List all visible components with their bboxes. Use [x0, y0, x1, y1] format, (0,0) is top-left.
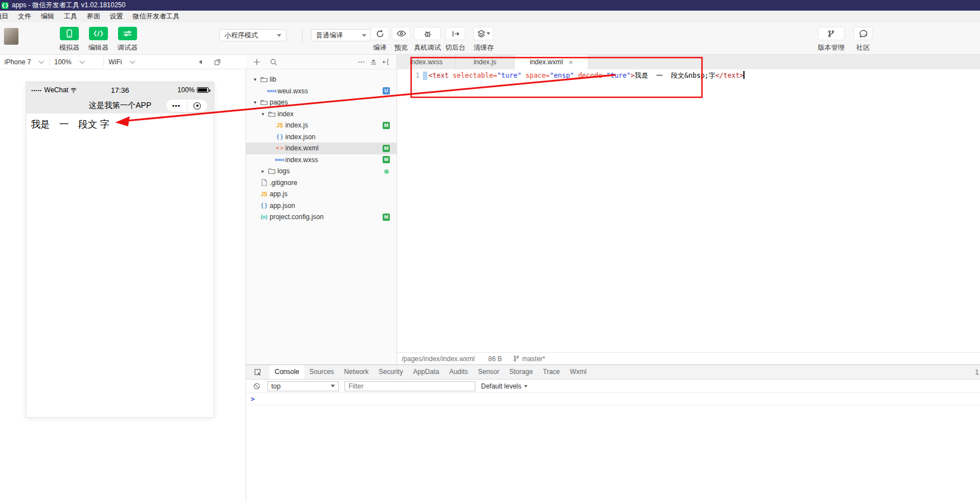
toolbar-community-button[interactable]: 社区	[854, 27, 873, 53]
config-icon: {o}	[258, 214, 270, 220]
tree-item-app.js[interactable]: JSapp.js	[246, 188, 397, 200]
code-token: "ture"	[606, 72, 630, 79]
capsule-exit-icon[interactable]	[187, 102, 208, 110]
menu-item-文件[interactable]: 文件	[18, 12, 31, 21]
folder-open-icon	[258, 76, 270, 83]
tree-item-index.wxml[interactable]: < >index.wxmlM	[246, 143, 397, 154]
refresh-icon	[370, 27, 389, 40]
filter-input[interactable]	[345, 381, 475, 391]
branch-icon	[818, 27, 845, 40]
layers-icon	[473, 27, 494, 40]
user-avatar[interactable]	[4, 28, 18, 45]
popout-window-icon[interactable]	[211, 56, 224, 68]
tree-item-weui.wxss[interactable]: wxssweui.wxssU	[246, 86, 397, 97]
toolbar-community-label: 社区	[854, 43, 873, 53]
devtools-tab-sensor[interactable]: Sensor	[473, 365, 505, 379]
devtools-tab-trace[interactable]: Trace	[538, 365, 565, 379]
json-icon: { }	[274, 134, 285, 140]
menu-item-编辑[interactable]: 编辑	[41, 12, 54, 21]
log-levels-select[interactable]: Default levels	[481, 382, 527, 390]
devtools-tab-storage[interactable]: Storage	[505, 365, 538, 379]
tree-item-index.js[interactable]: JSindex.jsM	[246, 120, 397, 131]
devtools-tab-network[interactable]: Network	[339, 365, 374, 379]
collapse-all-icon[interactable]	[368, 56, 380, 68]
tree-item-logs[interactable]: ▸logs	[246, 165, 397, 177]
editor-tab-index.js[interactable]: index.js	[456, 55, 515, 69]
text-cursor	[743, 71, 745, 79]
devtools-tab-console[interactable]: Console	[270, 365, 304, 379]
editor-tab-label: index.wxml	[530, 58, 563, 66]
git-status-badge: M	[383, 156, 390, 163]
tree-item-index.wxss[interactable]: wxssindex.wxssM	[246, 154, 397, 166]
add-file-icon[interactable]	[251, 56, 263, 68]
clear-console-icon[interactable]	[252, 381, 262, 391]
zoom-select[interactable]: 100%	[50, 55, 103, 69]
menu-item-界面[interactable]: 界面	[87, 12, 100, 21]
toolbar-debugger-button[interactable]: 调试器	[113, 27, 142, 53]
chevron-down-icon	[277, 34, 281, 37]
title-bar: ❮❯ apps - 微信开发者工具 v1.02.1810250	[0, 0, 980, 11]
overflow-count: 1	[975, 368, 980, 376]
tree-item-lib[interactable]: ▾lib	[246, 74, 397, 86]
git-branch-label[interactable]: master*	[522, 355, 545, 363]
chevron-down-icon	[524, 385, 527, 387]
toolbar-compile-button[interactable]: 编译	[370, 27, 389, 53]
chevron-down-icon	[487, 32, 490, 35]
tree-item-label: pages	[270, 98, 288, 106]
tree-item-project.config.json[interactable]: {o}project.config.jsonM	[246, 211, 397, 223]
code-token: selectable	[453, 72, 493, 79]
sound-icon[interactable]	[196, 56, 208, 68]
search-icon[interactable]	[267, 56, 280, 68]
menu-item-设置[interactable]: 设置	[110, 12, 123, 21]
hide-sidebar-icon[interactable]	[380, 56, 392, 68]
console-input-row[interactable]: >	[246, 393, 980, 405]
close-tab-icon[interactable]: ×	[568, 58, 573, 67]
inspect-element-icon[interactable]	[251, 366, 264, 379]
tree-item-label: index.wxss	[285, 156, 318, 164]
menu-item-微信开发者工具[interactable]: 微信开发者工具	[133, 12, 180, 21]
devtools-tab-sources[interactable]: Sources	[304, 365, 339, 379]
toolbar-simulator-button[interactable]: 模拟器	[55, 27, 84, 53]
menu-item-项目[interactable]: 项目	[0, 12, 8, 21]
editor-tab-bar: index.wxssindex.jsindex.wxml×	[397, 55, 980, 69]
git-branch-icon	[513, 355, 520, 362]
zoom-select-value: 100%	[54, 58, 72, 66]
toolbar-editor-button[interactable]: 编辑器	[84, 27, 113, 53]
phone-status-bar: ••••• WeChat 17:36 100%	[26, 82, 214, 98]
toolbar-preview-button[interactable]: 预览	[392, 27, 411, 53]
editor-tab-index.wxss[interactable]: index.wxss	[397, 55, 456, 69]
toolbar-clear-cache-button[interactable]: 清缓存	[473, 27, 494, 53]
unsynced-dot	[384, 169, 389, 174]
tree-item-pages[interactable]: ▾pages	[246, 97, 397, 108]
network-select[interactable]: WiFi	[104, 55, 158, 69]
menu-item-工具[interactable]: 工具	[64, 12, 77, 21]
file-type-glyph: JS	[261, 191, 267, 197]
toolbar-version-control-button[interactable]: 版本管理	[818, 27, 845, 53]
devtools-tab-appdata[interactable]: AppData	[408, 365, 444, 379]
editor-tab-index.wxml[interactable]: index.wxml×	[515, 55, 588, 69]
tree-item-index[interactable]: ▾index	[246, 108, 397, 120]
devtools-tab-security[interactable]: Security	[374, 365, 408, 379]
tree-item-label: logs	[277, 167, 290, 175]
tree-item-.gitignore[interactable]: .gitignore	[246, 177, 397, 189]
device-select[interactable]: iPhone 7	[0, 55, 49, 69]
folder-open-icon	[266, 111, 277, 117]
compile-select[interactable]: 普通编译	[311, 29, 371, 41]
mode-select[interactable]: 小程序模式	[219, 29, 286, 41]
rendered-text[interactable]: 我是 一 段文 字	[26, 113, 214, 135]
devtools-panel: ConsoleSourcesNetworkSecurityAppDataAudi…	[246, 364, 980, 502]
git-status-badge: U	[383, 87, 390, 94]
tree-item-label: index.js	[285, 121, 308, 129]
code-area[interactable]: 1 <text selectable="ture" space="ensp" d…	[397, 69, 980, 352]
tree-item-app.json[interactable]: { }app.json	[246, 200, 397, 212]
window-title: apps - 微信开发者工具 v1.02.1810250	[12, 1, 125, 10]
file-icon	[258, 179, 270, 186]
devtools-tab-wxml[interactable]: Wxml	[565, 365, 592, 379]
capsule-more-icon[interactable]: •••	[166, 102, 187, 109]
context-select[interactable]: top	[267, 381, 339, 391]
more-icon[interactable]	[355, 56, 368, 68]
toolbar-background-button[interactable]: 切后台	[445, 27, 465, 53]
devtools-tab-audits[interactable]: Audits	[444, 365, 473, 379]
toolbar-remote-debug-button[interactable]: 真机调试	[414, 27, 441, 53]
tree-item-index.json[interactable]: { }index.json	[246, 131, 397, 143]
